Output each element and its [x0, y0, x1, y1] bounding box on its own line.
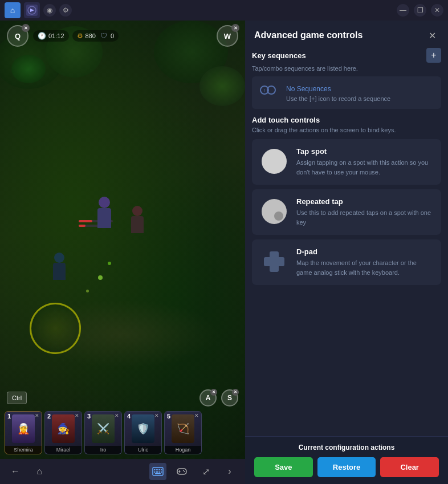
key-s[interactable]: S ✕ — [221, 389, 238, 406]
repeated-tap-desc: Use this to add repeated taps on a spot … — [296, 208, 433, 227]
char-name-5: Hogan — [165, 446, 201, 454]
char-slot-5[interactable]: 🏹 5 ✕ Hogan — [164, 411, 202, 454]
key-sequences-subtitle: Tap/combo sequences are listed here. — [252, 65, 441, 72]
char-x-1[interactable]: ✕ — [35, 413, 39, 418]
minimize-button[interactable]: — — [397, 4, 409, 17]
fullscreen-icon[interactable]: ⤢ — [197, 463, 214, 480]
char-slot-2[interactable]: 🧙 2 ✕ Mirael — [44, 411, 82, 454]
seq-circle-2 — [267, 86, 276, 95]
char-name-4: Ulric — [125, 446, 161, 454]
game-hud-bottom: Ctrl A ✕ S ✕ 🧝 1 ✕ — [0, 387, 245, 484]
char-num-4: 4 — [127, 413, 131, 420]
main-content: Q ✕ 🕐 01:12 ⚙ 880 🛡 0 W ✕ — [0, 21, 448, 484]
key-q-badge[interactable]: Q ✕ — [7, 25, 28, 47]
restore-button[interactable]: Restore — [317, 457, 376, 477]
character-ally — [49, 253, 69, 284]
timer-area: 🕐 01:12 — [33, 30, 69, 42]
config-actions-bar: Current configuration actions Save Resto… — [245, 436, 448, 484]
svg-rect-4 — [154, 469, 155, 470]
key-sequences-section: Key sequences + Tap/combo sequences are … — [252, 48, 441, 109]
game-panel: Q ✕ 🕐 01:12 ⚙ 880 🛡 0 W ✕ — [0, 21, 245, 484]
char-slot-3[interactable]: ⚔️ 3 ✕ Iro — [84, 411, 122, 454]
repeated-tap-text: Repeated tap Use this to add repeated ta… — [296, 197, 433, 227]
char-num-3: 3 — [87, 413, 91, 420]
char-name-3: Iro — [85, 446, 121, 454]
tap-spot-title: Tap spot — [296, 147, 433, 156]
keyboard-icon[interactable] — [149, 463, 166, 480]
config-actions-title: Current configuration actions — [254, 444, 439, 452]
tap-circle — [262, 149, 287, 174]
dpad-cross — [262, 249, 287, 274]
char-slot-4[interactable]: 🛡️ 4 ✕ Ulric — [124, 411, 162, 454]
more-icon[interactable]: › — [221, 463, 238, 480]
right-panel: Advanced game controls ✕ Key sequences +… — [245, 21, 448, 484]
home-icon[interactable]: ⌂ — [5, 2, 21, 18]
no-sequences-text: No Sequences Use the [+] icon to record … — [286, 83, 390, 102]
key-w-remove[interactable]: ✕ — [231, 24, 239, 32]
home-button[interactable]: ⌂ — [31, 463, 48, 480]
settings-button[interactable]: ⚙ — [59, 4, 72, 17]
dpad-text: D-pad Map the movement of your character… — [296, 247, 433, 277]
char-num-1: 1 — [7, 413, 11, 420]
svg-rect-13 — [155, 473, 161, 474]
config-buttons: Save Restore Clear — [254, 457, 439, 477]
back-button[interactable]: ← — [7, 463, 24, 480]
character-enemy — [128, 206, 148, 237]
character-main — [93, 197, 116, 231]
gamepad-icon[interactable] — [173, 463, 190, 480]
key-q-remove[interactable]: ✕ — [22, 24, 30, 32]
char-x-5[interactable]: ✕ — [194, 413, 199, 418]
key-s-remove[interactable]: ✕ — [232, 389, 239, 396]
svg-rect-10 — [156, 471, 158, 473]
title-bar: ⌂ ◉ ⚙ — ❐ ✕ — [0, 0, 448, 21]
svg-rect-15 — [178, 471, 181, 472]
char-x-3[interactable]: ✕ — [115, 413, 119, 418]
tap-spot-desc: Assign tapping on a spot with this actio… — [296, 158, 433, 177]
tree-4 — [199, 66, 245, 106]
dpad-card[interactable]: D-pad Map the movement of your character… — [252, 239, 441, 285]
restore-button[interactable]: ❐ — [414, 4, 426, 17]
character-slots: 🧝 1 ✕ Shemira 🧙 2 ✕ Mirael ⚔️ — [0, 409, 245, 459]
sequence-icon: ! — [260, 84, 280, 96]
dpad-title: D-pad — [296, 247, 433, 256]
dpad-desc: Map the movement of your character or th… — [296, 258, 433, 277]
camera-button[interactable]: ◉ — [43, 4, 56, 17]
char-name-1: Shemira — [5, 446, 42, 454]
panel-close-button[interactable]: ✕ — [425, 29, 439, 42]
touch-controls-title: Add touch controls — [252, 116, 441, 124]
key-a[interactable]: A ✕ — [199, 389, 217, 406]
add-touch-controls-section: Add touch controls Click or drag the act… — [252, 116, 441, 285]
panel-title: Advanced game controls — [254, 30, 363, 40]
game-icon[interactable] — [24, 2, 40, 18]
clear-button[interactable]: Clear — [380, 457, 439, 477]
key-bindings-row: Ctrl A ✕ S ✕ — [0, 387, 245, 409]
char-x-4[interactable]: ✕ — [154, 413, 159, 418]
svg-rect-6 — [157, 469, 158, 470]
char-x-2[interactable]: ✕ — [75, 413, 79, 418]
window-controls: — ❐ ✕ — [397, 4, 443, 17]
repeated-tap-card[interactable]: Repeated tap Use this to add repeated ta… — [252, 189, 441, 235]
ctrl-key[interactable]: Ctrl — [7, 392, 27, 404]
particle-3 — [86, 290, 89, 292]
svg-rect-5 — [156, 469, 157, 470]
repeated-tap-icon — [260, 197, 288, 226]
key-a-remove[interactable]: ✕ — [210, 389, 217, 396]
char-slot-1[interactable]: 🧝 1 ✕ Shemira — [5, 411, 42, 454]
tap-spot-card[interactable]: Tap spot Assign tapping on a spot with t… — [252, 139, 441, 185]
svg-rect-8 — [161, 469, 162, 470]
key-w-badge[interactable]: W ✕ — [217, 25, 238, 47]
panel-header: Advanced game controls ✕ — [245, 21, 448, 48]
save-button[interactable]: Save — [254, 457, 313, 477]
add-sequence-button[interactable]: + — [426, 48, 441, 63]
svg-rect-11 — [159, 471, 160, 473]
panel-scroll[interactable]: Key sequences + Tap/combo sequences are … — [245, 48, 448, 436]
tree-5 — [11, 55, 46, 83]
tap-spot-icon — [260, 147, 288, 176]
key-sequences-title: Key sequences — [252, 51, 306, 60]
key-sequences-header: Key sequences + — [252, 48, 441, 63]
game-hud-top: Q ✕ 🕐 01:12 ⚙ 880 🛡 0 W ✕ — [0, 25, 245, 47]
coin-area: ⚙ 880 🛡 0 — [72, 30, 119, 42]
svg-rect-9 — [154, 471, 155, 473]
close-button[interactable]: ✕ — [431, 4, 443, 17]
no-sequences-link[interactable]: No Sequences — [286, 85, 331, 93]
